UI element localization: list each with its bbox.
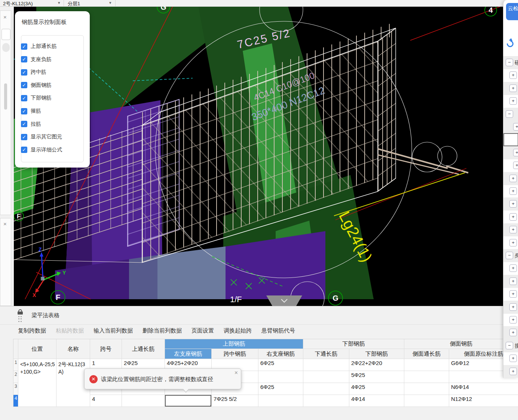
- tree-row[interactable]: +: [503, 275, 518, 288]
- tree-row[interactable]: +: [503, 352, 518, 365]
- expand-icon[interactable]: +: [509, 97, 517, 105]
- expand-icon[interactable]: +: [509, 226, 517, 233]
- close-icon[interactable]: ×: [3, 15, 7, 20]
- col-header-bottom-bars[interactable]: 下部钢筋: [349, 349, 404, 359]
- cell-side-through[interactable]: [404, 371, 449, 383]
- tree-row[interactable]: +: [503, 159, 518, 172]
- toolbar-item[interactable]: 复制跨数据: [18, 327, 46, 336]
- tree-row[interactable]: +: [503, 146, 518, 159]
- checkbox-checked-icon[interactable]: ✓: [21, 82, 27, 88]
- toolbar-item[interactable]: 悬臂钢筋代号: [261, 327, 295, 336]
- tree-row[interactable]: +: [503, 326, 518, 339]
- row-number[interactable]: 2: [13, 371, 18, 383]
- collapse-icon[interactable]: −: [506, 110, 513, 118]
- expand-icon[interactable]: +: [509, 278, 517, 285]
- toolbar-item[interactable]: 删除当前列数据: [142, 327, 182, 336]
- cell-bottom-bars[interactable]: 2Φ22+2Φ20: [349, 359, 404, 371]
- tree-row[interactable]: +: [503, 301, 518, 314]
- tree-row[interactable]: +: [503, 82, 518, 95]
- tree-row[interactable]: +: [503, 211, 518, 224]
- cell-bottom-through[interactable]: [303, 359, 349, 371]
- expand-icon[interactable]: +: [509, 264, 517, 272]
- toolbar-item[interactable]: 页面设置: [191, 327, 214, 336]
- expand-icon[interactable]: +: [509, 316, 517, 324]
- expand-icon[interactable]: +: [509, 175, 517, 182]
- expand-icon[interactable]: +: [509, 329, 517, 336]
- col-header-side-through[interactable]: 侧面通长筋: [404, 349, 449, 359]
- lock-icon[interactable]: [18, 309, 23, 314]
- cell-right-support[interactable]: [258, 395, 303, 407]
- cell-bottom-through[interactable]: [303, 383, 349, 395]
- tree-row[interactable]: +: [503, 223, 518, 236]
- checkbox-checked-icon[interactable]: ✓: [21, 121, 27, 127]
- expand-icon[interactable]: +: [513, 149, 518, 156]
- col-header-left-support[interactable]: 左支座钢筋: [165, 349, 212, 359]
- expand-icon[interactable]: +: [509, 71, 517, 79]
- tree-row[interactable]: +: [503, 172, 518, 185]
- refresh-icon[interactable]: [505, 39, 515, 48]
- col-header-name[interactable]: 名称: [56, 339, 90, 359]
- expand-icon[interactable]: +: [509, 187, 517, 195]
- group-header-side-rebar[interactable]: 侧面钢筋: [404, 339, 518, 349]
- tree-row[interactable]: −接: [503, 339, 518, 352]
- cell-bottom-bars[interactable]: 4Φ14: [349, 395, 404, 407]
- beam-selector-dropdown[interactable]: 2号-KL12(3A): [3, 0, 33, 7]
- cell-position[interactable]: <5+100,A-25;5+100,G>: [18, 359, 56, 407]
- col-header-span-no[interactable]: 跨号: [90, 339, 122, 359]
- checkbox-checked-icon[interactable]: ✓: [21, 108, 27, 114]
- expand-icon[interactable]: +: [513, 123, 518, 131]
- tree-row[interactable]: +: [503, 95, 518, 108]
- cell-bottom-bars[interactable]: 4Φ25: [349, 383, 404, 395]
- tree-row[interactable]: +: [503, 197, 518, 211]
- tree-row[interactable]: +: [503, 69, 518, 82]
- expand-icon[interactable]: +: [509, 239, 517, 246]
- checkbox-checked-icon[interactable]: ✓: [21, 43, 27, 50]
- cell-side-through[interactable]: [404, 359, 449, 371]
- dock-scrollbar-thumb[interactable]: [4, 83, 7, 110]
- viewport-collapse-button[interactable]: [266, 295, 302, 306]
- tooltip-close-icon[interactable]: ×: [235, 370, 238, 376]
- tree-row-selected[interactable]: [503, 133, 518, 146]
- expand-icon[interactable]: +: [509, 368, 517, 375]
- tree-row[interactable]: +: [503, 185, 518, 198]
- collapse-icon[interactable]: −: [506, 252, 513, 259]
- drag-handle-icon[interactable]: [18, 316, 22, 322]
- expand-icon[interactable]: +: [513, 162, 518, 169]
- cell-fill-handle[interactable]: [210, 405, 212, 407]
- expand-icon[interactable]: +: [509, 303, 517, 311]
- toolbar-item[interactable]: 输入当前列数据: [94, 327, 133, 336]
- tree-row[interactable]: −身: [503, 249, 518, 262]
- group-header-lower-rebar[interactable]: 下部钢筋: [303, 339, 404, 349]
- row-number[interactable]: 3: [13, 383, 18, 395]
- tree-row[interactable]: +: [503, 365, 518, 378]
- tree-row[interactable]: −碰: [503, 56, 518, 69]
- row-number[interactable]: 1: [13, 359, 18, 371]
- close-icon[interactable]: ×: [3, 221, 7, 227]
- checkbox-checked-icon[interactable]: ✓: [21, 95, 27, 101]
- cell-mid-span[interactable]: 7Φ25 5/2: [212, 395, 258, 407]
- row-number-selected[interactable]: 4: [13, 395, 18, 407]
- tree-row[interactable]: +: [503, 262, 518, 275]
- cell-side-insitu[interactable]: N12Φ12: [449, 395, 518, 407]
- cell-right-support[interactable]: [258, 371, 303, 383]
- tree-row[interactable]: +: [503, 313, 518, 327]
- tree-row[interactable]: +: [503, 288, 518, 301]
- cell-top-through[interactable]: [122, 395, 165, 407]
- collapse-icon[interactable]: −: [506, 59, 513, 66]
- expand-icon[interactable]: +: [509, 290, 517, 298]
- toolbar-item[interactable]: 调换起始跨: [224, 327, 252, 336]
- dock-button[interactable]: [1, 29, 10, 40]
- layer-selector-dropdown[interactable]: 分层1: [68, 0, 80, 7]
- cell-left-support-selected[interactable]: [165, 395, 212, 407]
- checkbox-checked-icon[interactable]: ✓: [21, 69, 27, 76]
- expand-icon[interactable]: +: [509, 200, 517, 208]
- col-header-bottom-through[interactable]: 下通长筋: [303, 349, 349, 359]
- cell-right-support[interactable]: 6Φ25: [258, 383, 303, 395]
- tree-row[interactable]: −: [503, 108, 518, 121]
- group-header-upper-rebar[interactable]: 上部钢筋: [165, 339, 303, 349]
- col-header-mid-span[interactable]: 跨中钢筋: [212, 349, 258, 359]
- expand-icon[interactable]: +: [509, 213, 517, 221]
- col-header-right-support[interactable]: 右支座钢筋: [258, 349, 303, 359]
- cell-bottom-bars[interactable]: 5Φ25: [349, 371, 404, 383]
- cell-side-through[interactable]: [404, 383, 449, 395]
